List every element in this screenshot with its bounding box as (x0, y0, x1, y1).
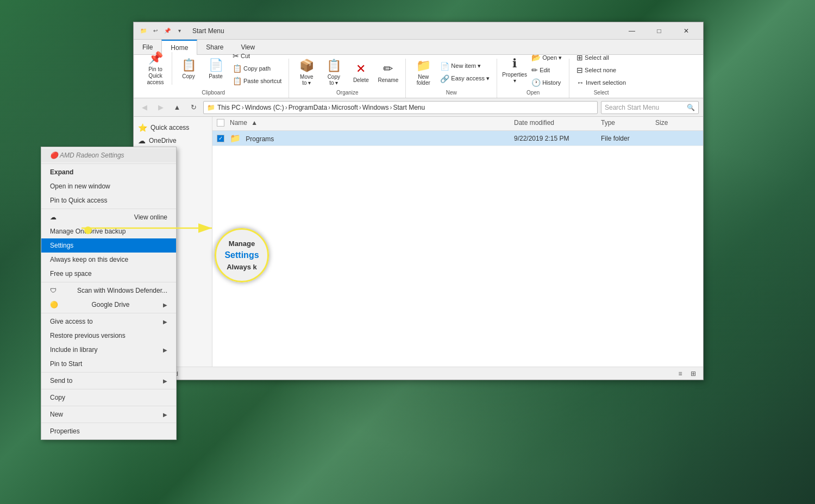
ctx-google-drive-arrow: ▶ (163, 302, 167, 308)
clipboard-small-col: ✂ Cut 📋 Copy path 📋 Paste shortcut (230, 50, 284, 87)
pin-icon: 📌 (148, 51, 163, 65)
history-button[interactable]: 🕐 History (529, 77, 565, 89)
ctx-include-library-label: Include in library (50, 346, 97, 354)
rename-icon: ✏ (383, 62, 393, 76)
ctx-free-up-space[interactable]: Free up space (41, 267, 176, 281)
ctx-include-library[interactable]: Include in library ▶ (41, 343, 176, 357)
ctx-sep-6 (41, 406, 176, 406)
address-path[interactable]: 📁 This PC › Windows (C:) › ProgramData ›… (203, 101, 598, 114)
ctx-google-drive[interactable]: 🟡 Google Drive ▶ (41, 298, 176, 312)
ctx-new[interactable]: New ▶ (41, 407, 176, 421)
ctx-open-new-window[interactable]: Open in new window (41, 179, 176, 193)
ctx-properties[interactable]: Properties (41, 424, 176, 438)
close-button[interactable]: ✕ (674, 22, 699, 40)
copy-path-button[interactable]: 📋 Copy path (230, 62, 284, 74)
open-label: Open (526, 90, 540, 97)
header-type[interactable]: Type (601, 119, 655, 128)
edit-button[interactable]: ✏ Edit (529, 64, 565, 76)
ctx-sep-7 (41, 423, 176, 423)
sidebar-item-onedrive[interactable]: ☁ OneDrive (134, 134, 212, 147)
ctx-restore-versions[interactable]: Restore previous versions (41, 329, 176, 343)
title-pin-btn[interactable]: 📌 (162, 26, 173, 36)
title-undo-btn[interactable]: ↩ (150, 26, 161, 36)
ctx-restore-versions-label: Restore previous versions (50, 332, 126, 339)
paste-shortcut-button[interactable]: 📋 Paste shortcut (230, 75, 284, 87)
ctx-view-online-label: View online (134, 213, 167, 221)
row-check: ✓ (217, 134, 230, 142)
open-icon: 📂 (531, 53, 541, 62)
ctx-always-keep[interactable]: Always keep on this device (41, 253, 176, 267)
row-checkbox[interactable]: ✓ (217, 135, 224, 142)
ctx-pin-quick-access[interactable]: Pin to Quick access (41, 193, 176, 207)
clipboard-label: Clipboard (202, 90, 225, 97)
ctx-always-keep-label: Always keep on this device (50, 256, 128, 263)
sidebar-onedrive-label: OneDrive (149, 137, 177, 144)
copy-button[interactable]: 📋 Copy (175, 53, 202, 84)
organize-label: Organize (336, 90, 359, 97)
cut-button[interactable]: ✂ Cut (230, 50, 284, 62)
copy-to-button[interactable]: 📋 Copyto ▾ (321, 56, 347, 89)
header-checkbox[interactable] (217, 119, 224, 127)
ribbon-group-organize: 📦 Moveto ▾ 📋 Copyto ▾ ✕ Delete ✏ Rename … (289, 59, 406, 98)
easy-access-icon: 🔗 (440, 74, 449, 83)
ctx-manage-onedrive[interactable]: Manage OneDrive backup (41, 224, 176, 238)
open-button[interactable]: 📂 Open ▾ (529, 52, 565, 64)
forward-button[interactable]: ▶ (154, 101, 167, 114)
path-folder-icon: 📁 (207, 104, 215, 111)
ctx-give-access[interactable]: Give access to ▶ (41, 314, 176, 329)
rename-button[interactable]: ✏ Rename (375, 57, 401, 87)
ctx-sep-1 (41, 209, 176, 209)
title-quick-icons: 📁 ↩ 📌 ▾ (138, 26, 185, 36)
ctx-settings[interactable]: Settings (41, 238, 176, 253)
explorer-window: 📁 ↩ 📌 ▾ Start Menu — □ ✕ File Home Share… (133, 22, 704, 380)
properties-button[interactable]: ℹ Properties▾ (501, 54, 528, 86)
path-sep-2: › (285, 104, 287, 111)
grid-view-button[interactable]: ⊞ (688, 368, 699, 379)
search-box[interactable]: Search Start Menu 🔍 (601, 101, 699, 114)
move-to-button[interactable]: 📦 Moveto ▾ (293, 56, 319, 89)
path-start-menu: Start Menu (393, 104, 425, 111)
select-none-button[interactable]: ⊟ Select none (574, 64, 629, 76)
ctx-new-arrow: ▶ (163, 412, 167, 418)
paste-col: 📄 Paste (203, 53, 229, 84)
ctx-google-drive-label: Google Drive (91, 301, 129, 308)
open-small-col: 📂 Open ▾ ✏ Edit 🕐 History (529, 52, 565, 89)
maximize-button[interactable]: □ (647, 22, 672, 40)
ribbon-group-open: ℹ Properties▾ 📂 Open ▾ ✏ Edit 🕐 History (497, 59, 569, 98)
back-button[interactable]: ◀ (138, 101, 151, 114)
pin-to-quick-access-button[interactable]: 📌 Pin to Quickaccess (142, 48, 168, 89)
path-sep-3: › (328, 104, 330, 111)
paste-button[interactable]: 📄 Paste (203, 53, 229, 84)
easy-access-button[interactable]: 🔗 Easy access ▾ (437, 73, 492, 85)
header-name[interactable]: Name ▲ (230, 119, 514, 128)
table-row[interactable]: ✓ 📁 Programs 9/22/2019 2:15 PM File fold… (212, 131, 703, 146)
row-type: File folder (601, 135, 655, 142)
sidebar-item-quick-access[interactable]: ⭐ Quick access (134, 121, 212, 134)
refresh-button[interactable]: ↻ (187, 101, 200, 114)
ctx-pin-start[interactable]: Pin to Start (41, 357, 176, 371)
minimize-button[interactable]: — (619, 22, 644, 40)
invert-selection-button[interactable]: ↔ Invert selection (574, 77, 629, 89)
delete-button[interactable]: ✕ Delete (348, 57, 374, 87)
magnifier-line-1: Manage (224, 238, 259, 249)
ctx-copy[interactable]: Copy (41, 390, 176, 405)
title-folder-icon[interactable]: 📁 (138, 26, 149, 36)
list-view-button[interactable]: ≡ (675, 368, 686, 379)
ctx-expand[interactable]: Expand (41, 165, 176, 179)
window-title: Start Menu (192, 27, 224, 35)
ctx-send-to[interactable]: Send to ▶ (41, 374, 176, 388)
ctx-scan-defender[interactable]: 🛡 Scan with Windows Defender... (41, 284, 176, 298)
row-name: 📁 Programs (230, 133, 514, 143)
select-col: ⊞ Select all ⊟ Select none ↔ Invert sele… (574, 52, 629, 89)
header-date[interactable]: Date modified (514, 119, 601, 128)
select-all-button[interactable]: ⊞ Select all (574, 52, 629, 64)
ctx-view-online[interactable]: ☁ View online (41, 210, 176, 224)
new-item-button[interactable]: 📄 New item ▾ (437, 60, 492, 72)
up-button[interactable]: ▲ (171, 101, 184, 114)
header-size[interactable]: Size (655, 119, 699, 128)
edit-icon: ✏ (531, 66, 538, 74)
new-folder-button[interactable]: 📁 Newfolder (410, 56, 436, 89)
title-dropdown-btn[interactable]: ▾ (174, 26, 185, 36)
ctx-expand-label: Expand (50, 168, 73, 176)
magnifier-line-2: Settings (224, 249, 259, 262)
